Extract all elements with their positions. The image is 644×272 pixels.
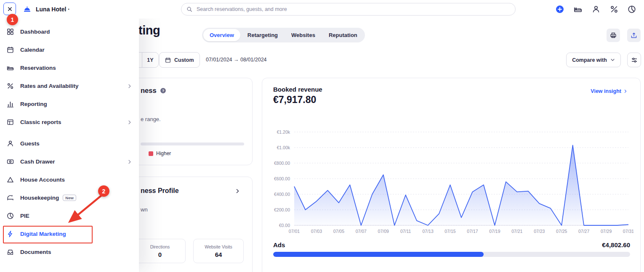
- stat-label: Website Visits: [205, 244, 232, 249]
- visibility-card-text: e range.: [141, 116, 161, 122]
- sidebar-item-label: Rates and Availability: [20, 83, 79, 89]
- search-input[interactable]: [196, 6, 510, 13]
- rates-quick-icon[interactable]: [610, 5, 618, 13]
- sidebar-item-digital-marketing[interactable]: Digital Marketing: [0, 225, 139, 243]
- svg-text:€200.00: €200.00: [274, 207, 290, 212]
- visibility-progress-bar: [141, 143, 244, 145]
- svg-text:07/29: 07/29: [601, 229, 612, 234]
- bolt-icon: [7, 230, 14, 238]
- chevron-right-icon: [127, 120, 132, 125]
- sidebar-item-label: Dashboard: [20, 29, 50, 35]
- tab-overview[interactable]: Overview: [203, 29, 240, 41]
- export-icon: [631, 32, 637, 39]
- svg-text:07/17: 07/17: [467, 229, 478, 234]
- guests-quick-icon[interactable]: [592, 5, 600, 13]
- chevron-right-icon[interactable]: [235, 188, 240, 194]
- svg-text:€600.00: €600.00: [274, 176, 290, 181]
- sidebar-item-calendar[interactable]: Calendar: [0, 41, 139, 59]
- search-bar[interactable]: [181, 3, 516, 16]
- sidebar-item-rates-and-availability[interactable]: Rates and Availability: [0, 77, 139, 95]
- topbar: Luna Hotel ·: [0, 0, 644, 18]
- calendar-icon: [165, 57, 171, 63]
- sidebar-item-pie[interactable]: PIE: [0, 207, 139, 225]
- svg-text:07/23: 07/23: [534, 229, 545, 234]
- ads-label: Ads: [273, 241, 285, 248]
- svg-text:07/05: 07/05: [333, 229, 344, 234]
- sparklebed-icon: [7, 194, 14, 201]
- ads-row: Ads €4,802.60: [273, 241, 630, 248]
- visibility-heading-text: ness: [141, 87, 157, 95]
- sidebar-item-dashboard[interactable]: Dashboard: [0, 23, 139, 41]
- svg-text:07/27: 07/27: [578, 229, 589, 234]
- stat-label: Directions: [150, 244, 170, 249]
- svg-text:€400.00: €400.00: [274, 192, 290, 197]
- chevron-right-icon: [127, 84, 132, 89]
- svg-text:07/13: 07/13: [422, 229, 433, 234]
- svg-text:07/15: 07/15: [444, 229, 455, 234]
- sidebar-item-reporting[interactable]: Reporting: [0, 95, 139, 113]
- sidebar-item-cash-drawer[interactable]: Cash Drawer: [0, 153, 139, 171]
- revenue-title: Booked revenue: [273, 86, 322, 93]
- close-icon: [7, 6, 13, 12]
- svg-text:€800.00: €800.00: [274, 161, 290, 166]
- print-button[interactable]: [607, 29, 620, 42]
- grid-icon: [7, 28, 14, 35]
- svg-text:07/01: 07/01: [289, 229, 300, 234]
- tab-group: OverviewRetargetingWebsitesReputation: [202, 28, 365, 42]
- sidebar-item-label: Reporting: [20, 101, 47, 107]
- svg-text:€1.20k: €1.20k: [277, 129, 290, 135]
- filter-settings-button[interactable]: [627, 53, 641, 67]
- compare-with-button[interactable]: Compare with: [566, 53, 621, 67]
- stat-value: 64: [215, 251, 222, 258]
- stat-box-directions: Directions 0: [134, 239, 186, 263]
- view-insight-link[interactable]: View insight: [591, 88, 628, 94]
- svg-text:07/21: 07/21: [511, 229, 522, 234]
- stat-box-website-visits: Website Visits 64: [193, 239, 244, 263]
- booked-revenue-card: Booked revenue €7,917.80 View insight €1…: [262, 78, 641, 272]
- sidebar-item-reservations[interactable]: Reservations: [0, 59, 139, 77]
- legend-higher-swatch: [149, 151, 153, 156]
- export-button[interactable]: [627, 29, 641, 42]
- ads-progress-track: [273, 252, 630, 257]
- sidebar-item-label: Reservations: [20, 65, 56, 71]
- range-segment-1y[interactable]: 1Y: [142, 53, 158, 67]
- sidebar-item-label: Cash Drawer: [20, 158, 55, 165]
- tab-reputation[interactable]: Reputation: [322, 29, 364, 41]
- annotation-step-1: 1: [7, 14, 18, 25]
- svg-text:07/03: 07/03: [311, 229, 322, 234]
- sidebar-item-housekeeping[interactable]: HousekeepingNew: [0, 189, 139, 207]
- percent-icon: [7, 82, 14, 90]
- tab-retargeting[interactable]: Retargeting: [241, 29, 284, 41]
- chevron-down-icon: [610, 58, 615, 62]
- svg-text:07/25: 07/25: [556, 229, 567, 234]
- sidebar-item-house-accounts[interactable]: House Accounts: [0, 171, 139, 189]
- create-new-button[interactable]: [556, 5, 564, 13]
- visibility-legend: Higher: [149, 151, 171, 156]
- tab-websites[interactable]: Websites: [285, 29, 322, 41]
- sidebar-item-documents[interactable]: Documents: [0, 243, 139, 261]
- cash-icon: [7, 158, 14, 165]
- profile-card-heading: ness Profile: [141, 187, 179, 195]
- sidebar-item-guests[interactable]: Guests: [0, 135, 139, 153]
- sidebar-item-label: Documents: [20, 249, 51, 255]
- custom-range-button[interactable]: Custom: [159, 52, 200, 68]
- sidebar-item-classic-reports[interactable]: Classic reports: [0, 113, 139, 131]
- profile-card-text: wn: [141, 206, 148, 213]
- sidebar-item-label: Guests: [20, 140, 40, 147]
- sliders-icon: [631, 57, 638, 63]
- close-menu-button[interactable]: [3, 3, 16, 15]
- hotel-name[interactable]: Luna Hotel ·: [36, 6, 70, 13]
- svg-text:07/07: 07/07: [356, 229, 367, 234]
- sidebar-item-label: House Accounts: [20, 177, 65, 183]
- sidebar-item-label: Digital Marketing: [20, 231, 66, 237]
- sidebar-item-label: Housekeeping: [20, 195, 59, 201]
- help-icon[interactable]: ?: [160, 87, 166, 94]
- pie-quick-icon[interactable]: [628, 5, 636, 13]
- view-insight-label: View insight: [591, 88, 621, 94]
- legend-higher-label: Higher: [156, 151, 171, 156]
- ads-amount: €4,802.60: [602, 241, 630, 248]
- reservations-quick-icon[interactable]: [574, 5, 582, 13]
- custom-range-label: Custom: [174, 57, 194, 63]
- ads-progress-fill: [273, 252, 484, 257]
- stat-value: 0: [158, 251, 162, 258]
